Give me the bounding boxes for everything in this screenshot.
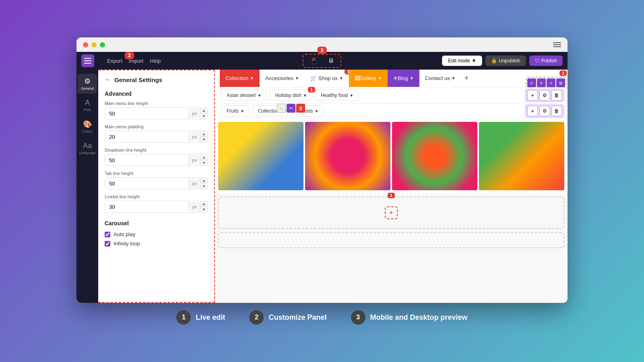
submenu-row-2: Fruits ▼ Collections ▼ Posts ▼ + ⚙ 🗑 <box>215 104 568 119</box>
increment-btn[interactable]: ▲ <box>200 108 207 113</box>
add-section-btn[interactable]: + <box>385 206 398 219</box>
window-dots <box>83 42 105 47</box>
submenu-asian-dessert[interactable]: Asian dessert ▼ <box>221 90 267 101</box>
carousel-section: Carousel Auto play Infinity loop <box>98 215 214 250</box>
nav-accessories[interactable]: Accessories ▼ <box>260 70 305 87</box>
preview-nav: Collection ▼ Accessories ▼ 🛒 Shop us ▼ 1… <box>215 70 568 87</box>
decrement-btn[interactable]: ▼ <box>200 207 207 212</box>
tab-line-height-input[interactable] <box>105 178 188 189</box>
menu-line <box>553 44 561 45</box>
image-grid <box>215 119 568 193</box>
appbar-right: Edit mode ▼ 🔒 Unpublish 🛡 Publish <box>442 56 563 66</box>
back-button[interactable]: ← <box>105 76 111 83</box>
main-menu-line-height-input[interactable]: 50 <box>105 108 188 119</box>
add-submenu-btn[interactable]: + <box>527 90 538 101</box>
submenu-holiday-dish[interactable]: Holiday dish ▼ 1 □ ✏ 🗑 <box>270 90 312 101</box>
nav-blog[interactable]: ✈ Blog ▼ <box>388 70 419 87</box>
field-input-row: px ▲ ▼ <box>105 201 208 213</box>
app-window: 2 Export Import Help 3 📱 🖥 Edit mode ▼ 🔒… <box>76 37 568 303</box>
ctrl-align-left[interactable]: ≡ <box>527 78 536 87</box>
sidebar-item-colors[interactable]: 🎨 Colors <box>78 117 97 137</box>
increment-btn[interactable]: ▲ <box>200 178 207 183</box>
badge-1-section: 1 <box>388 193 395 198</box>
field-arrows: ▲ ▼ <box>200 201 207 212</box>
dropdown-line-height-input[interactable] <box>105 155 188 166</box>
submenu-healthy-food[interactable]: Healthy food ▼ <box>316 90 359 101</box>
field-main-menu-line-height: Main menu line height 50 px ▲ ▼ <box>98 99 214 122</box>
asian-dessert-label: Asian dessert <box>227 93 256 98</box>
edit-btn-delete[interactable]: 🗑 <box>296 104 305 113</box>
nav-collection[interactable]: Collection ▼ <box>220 70 260 87</box>
language-icon: Aa <box>83 142 92 150</box>
colors-icon: 🎨 <box>83 120 92 129</box>
maximize-dot[interactable] <box>100 42 105 47</box>
settings-submenu2-btn[interactable]: ⚙ <box>539 106 550 116</box>
linklist-line-height-input[interactable] <box>105 202 188 212</box>
edit-btn-edit[interactable]: ✏ <box>287 104 295 113</box>
field-label: Linklist line height <box>105 194 208 199</box>
help-link[interactable]: Help <box>150 58 161 64</box>
main-menu-padding-input[interactable] <box>105 132 188 142</box>
field-label: Dropdown line height <box>105 148 208 152</box>
carousel-title: Carousel <box>105 220 208 226</box>
shop-us-label: Shop us <box>318 75 338 81</box>
hamburger-menu[interactable] <box>81 54 94 67</box>
menu-line <box>553 46 561 47</box>
field-input-row: px ▲ ▼ <box>105 131 208 143</box>
language-label: Language <box>79 151 95 155</box>
nav-gallery[interactable]: 🖼 Gallery ▼ <box>349 70 388 87</box>
submenu-fruits[interactable]: Fruits ▼ <box>221 105 250 117</box>
legend-item-3: 3 Mobile and Desktop preview <box>351 310 468 325</box>
edit-btn-select[interactable]: □ <box>277 104 286 113</box>
decrement-btn[interactable]: ▼ <box>200 137 207 142</box>
holiday-dish-label: Holiday dish <box>275 93 301 98</box>
sidebar-item-language[interactable]: Aa Language <box>78 138 97 158</box>
nav-add-btn[interactable]: + <box>461 74 472 82</box>
minimize-dot[interactable] <box>91 42 97 47</box>
unit-label: px <box>188 202 200 212</box>
decrement-btn[interactable]: ▼ <box>200 160 207 166</box>
sidebar-item-font[interactable]: A Font <box>78 95 97 115</box>
close-dot[interactable] <box>83 42 88 47</box>
blog-icon: ✈ <box>393 75 398 81</box>
edit-mode-btn[interactable]: Edit mode ▼ <box>442 56 482 66</box>
legend-label-1: Live edit <box>196 313 225 322</box>
publish-btn[interactable]: 🛡 Publish <box>529 56 563 66</box>
legend-num-1: 1 <box>176 310 191 325</box>
publish-label: Publish <box>541 58 557 64</box>
ctrl-grid[interactable]: ⊞ <box>556 78 565 87</box>
general-label: General <box>81 86 94 90</box>
auto-play-checkbox[interactable] <box>105 232 110 237</box>
titlebar-menu-icon[interactable] <box>553 42 561 47</box>
export-link[interactable]: Export <box>107 58 122 64</box>
settings-submenu-btn[interactable]: ⚙ <box>539 90 550 101</box>
auto-play-row: Auto play <box>105 230 208 239</box>
field-dropdown-line-height: Dropdown line height px ▲ ▼ <box>98 145 214 169</box>
collection-arrow: ▼ <box>250 76 254 80</box>
increment-btn[interactable]: ▲ <box>200 201 207 207</box>
preview-area: Collection ▼ Accessories ▼ 🛒 Shop us ▼ 1… <box>215 70 568 303</box>
main-area: ⚙ General A Font 🎨 Colors Aa Language ← … <box>76 70 568 303</box>
infinity-loop-checkbox[interactable] <box>105 241 110 247</box>
add-submenu2-btn[interactable]: + <box>527 106 538 116</box>
unpublish-btn[interactable]: 🔒 Unpublish <box>485 56 526 66</box>
mobile-preview-btn[interactable]: 📱 <box>306 56 322 66</box>
desktop-preview-btn[interactable]: 🖥 <box>324 56 338 66</box>
unit-label: px <box>188 132 200 142</box>
delete-submenu2-btn[interactable]: 🗑 <box>551 106 562 116</box>
increment-btn[interactable]: ▲ <box>200 154 207 160</box>
decrement-btn[interactable]: ▼ <box>200 113 207 119</box>
increment-btn[interactable]: ▲ <box>200 131 207 137</box>
contact-us-label: Contact us <box>425 75 450 81</box>
ctrl-align-center[interactable]: ≡ <box>537 78 546 87</box>
nav-contact-us[interactable]: Contact us ▼ <box>419 70 461 87</box>
legend-label-2: Customize Panel <box>268 313 326 322</box>
delete-submenu-btn[interactable]: 🗑 <box>551 90 562 101</box>
settings-panel: ← General Settings Advanced Main menu li… <box>98 70 215 303</box>
nav-shop-us[interactable]: 🛒 Shop us ▼ 1 <box>305 70 349 87</box>
ctrl-align-right[interactable]: ≡ <box>547 78 555 87</box>
decrement-btn[interactable]: ▼ <box>200 183 207 189</box>
sidebar-item-general[interactable]: ⚙ General <box>78 74 97 94</box>
submenu-edit-btns: □ ✏ 🗑 <box>277 104 305 113</box>
field-label: Main menu padding <box>105 124 208 129</box>
